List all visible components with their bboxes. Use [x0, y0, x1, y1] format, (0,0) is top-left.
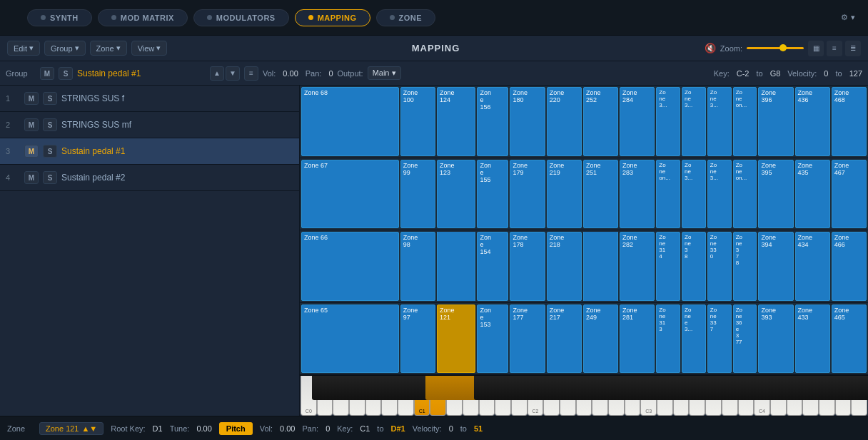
vel-from[interactable]: 0 — [824, 69, 828, 78]
zone-block-122[interactable]: Zone122 — [437, 232, 475, 301]
zone-block-252[interactable]: Zone252 — [583, 87, 618, 156]
status-vel-to[interactable]: 51 — [474, 424, 483, 433]
group-row-4[interactable]: 4 M S Sustain pedal #2 — [0, 165, 299, 191]
zone-block-r2c[interactable]: Zone3... — [707, 160, 732, 229]
group-row-2[interactable]: 2 M S STRINGS SUS mf — [0, 112, 299, 138]
zone-block-r1b[interactable]: Zone3... — [682, 87, 706, 156]
zone-block-97[interactable]: Zone97 — [400, 305, 435, 374]
vel-to[interactable]: 127 — [849, 69, 862, 78]
zone-block-465[interactable]: Zone465 — [832, 305, 867, 374]
root-key-value[interactable]: D1 — [153, 424, 163, 433]
zone-block-396[interactable]: Zone396 — [758, 87, 793, 156]
speaker-icon[interactable]: 🔇 — [705, 43, 716, 53]
zone-block-r1a[interactable]: Zone3... — [656, 87, 680, 156]
status-vel-from[interactable]: 0 — [449, 424, 453, 433]
zone-block-154[interactable]: Zone154 — [477, 232, 508, 301]
zone-block-218[interactable]: Zone218 — [547, 232, 582, 301]
zone-block-r3a[interactable]: Zone314 — [656, 232, 680, 301]
group-s-button[interactable]: S — [59, 67, 73, 80]
zone-block-393[interactable]: Zone393 — [758, 305, 793, 374]
key-as4[interactable] — [848, 376, 868, 400]
zoom-slider[interactable] — [747, 47, 804, 49]
zone-block-121-gold[interactable]: Zone121 — [437, 305, 475, 374]
row4-m-btn[interactable]: M — [24, 171, 39, 184]
pan-value[interactable]: 0 — [328, 69, 333, 78]
vol-value[interactable]: 0.00 — [283, 69, 298, 78]
zone-block-436[interactable]: Zone436 — [795, 87, 830, 156]
zone-block-r4a[interactable]: Zone313 — [656, 305, 680, 374]
group-m-button[interactable]: M — [40, 67, 54, 80]
zone-block-r1c[interactable]: Zone3... — [707, 87, 732, 156]
key-from[interactable]: C-2 — [737, 69, 750, 78]
bar-chart-icon[interactable]: ▦ — [808, 41, 824, 56]
pitch-button[interactable]: Pitch — [219, 422, 253, 435]
zone-block-180[interactable]: Zone180 — [510, 87, 545, 156]
zone-block-433[interactable]: Zone433 — [795, 305, 830, 374]
nav-tab-zone[interactable]: ZONE — [376, 9, 436, 26]
row3-s-btn[interactable]: S — [43, 145, 57, 158]
zone-block-r2a[interactable]: Zoneon... — [656, 160, 680, 229]
zone-block-r3d[interactable]: Zone378 — [733, 232, 757, 301]
zone-block-467[interactable]: Zone467 — [832, 160, 867, 229]
zone-block-179[interactable]: Zone179 — [510, 160, 545, 229]
zone-block-r3b[interactable]: Zone38 — [682, 232, 706, 301]
grid-icon[interactable]: ≡ — [827, 41, 842, 56]
zone-block-434[interactable]: Zone434 — [795, 232, 830, 301]
zone-block-r4b[interactable]: Zonee3... — [682, 305, 706, 374]
zone-block-r3c[interactable]: Zone330 — [707, 232, 732, 301]
zone-block-66[interactable]: Zone 66 — [301, 232, 399, 301]
zone-block-r2b[interactable]: Zone3... — [682, 160, 706, 229]
zone-block-395[interactable]: Zone395 — [758, 160, 793, 229]
settings-button[interactable]: ⚙ ▾ — [835, 10, 861, 25]
zone-block-100[interactable]: Zone100 — [400, 87, 435, 156]
zone-block-249[interactable]: Zone249 — [583, 305, 618, 374]
zone-block-r4d[interactable]: Zone36e377 — [733, 305, 757, 374]
zone-block-435[interactable]: Zone435 — [795, 160, 830, 229]
zone-block-251[interactable]: Zone251 — [583, 160, 618, 229]
zone-block-68[interactable]: Zone 68 — [301, 87, 399, 156]
zone-block-155[interactable]: Zone155 — [477, 160, 508, 229]
row2-s-btn[interactable]: S — [43, 118, 57, 131]
zone-block-124[interactable]: Zone124 — [437, 87, 475, 156]
zone-block-394[interactable]: Zone394 — [758, 232, 793, 301]
zone-block-178[interactable]: Zone178 — [510, 232, 545, 301]
zone-block-250[interactable]: Zone250 — [583, 232, 618, 301]
nav-tab-synth[interactable]: SYNTH — [27, 9, 92, 26]
zone-select[interactable]: Zone 121 ▲▼ — [39, 422, 104, 435]
zone-block-281[interactable]: Zone281 — [620, 305, 655, 374]
zone-block-468[interactable]: Zone468 — [832, 87, 867, 156]
row4-s-btn[interactable]: S — [43, 171, 57, 184]
row1-m-btn[interactable]: M — [24, 92, 39, 105]
group-row-3[interactable]: 3 M S Sustain pedal #1 — [0, 138, 299, 165]
zone-block-r4c[interactable]: Zone337 — [707, 305, 732, 374]
status-pan-value[interactable]: 0 — [326, 424, 330, 433]
status-key-from[interactable]: C1 — [360, 424, 370, 433]
zone-block-65[interactable]: Zone 65 — [301, 305, 399, 374]
zone-block-284[interactable]: Zone284 — [620, 87, 655, 156]
zone-block-153[interactable]: Zone153 — [477, 305, 508, 374]
list-icon[interactable]: ≣ — [845, 41, 861, 56]
zone-block-283[interactable]: Zone283 — [620, 160, 655, 229]
status-vol-value[interactable]: 0.00 — [280, 424, 295, 433]
group-menu[interactable]: Group ▾ — [44, 41, 86, 56]
edit-menu[interactable]: Edit ▾ — [7, 41, 40, 56]
nav-tab-mod-matrix[interactable]: MOD MATRIX — [98, 9, 188, 26]
zone-block-466[interactable]: Zone466 — [832, 232, 867, 301]
output-select[interactable]: Main ▾ — [368, 66, 401, 80]
zone-block-123[interactable]: Zone123 — [437, 160, 475, 229]
zone-menu[interactable]: Zone ▾ — [90, 41, 127, 56]
zone-block-98[interactable]: Zone98 — [400, 232, 435, 301]
nav-tab-mapping[interactable]: MAPPING — [295, 9, 370, 26]
zone-block-156[interactable]: Zone156 — [477, 87, 508, 156]
zone-block-219[interactable]: Zone219 — [547, 160, 582, 229]
zone-block-67[interactable]: Zone 67 — [301, 160, 399, 229]
group-name-select[interactable]: Sustain pedal #1 — [77, 68, 206, 78]
tune-value[interactable]: 0.00 — [196, 424, 211, 433]
view-menu[interactable]: View ▾ — [131, 41, 168, 56]
zone-block-r1d[interactable]: Zoneon... — [733, 87, 757, 156]
zone-block-220[interactable]: Zone220 — [547, 87, 582, 156]
zone-block-217[interactable]: Zone217 — [547, 305, 582, 374]
key-to[interactable]: G8 — [770, 69, 781, 78]
group-arrow-down[interactable]: ▼ — [226, 66, 240, 81]
row1-s-btn[interactable]: S — [43, 92, 57, 105]
